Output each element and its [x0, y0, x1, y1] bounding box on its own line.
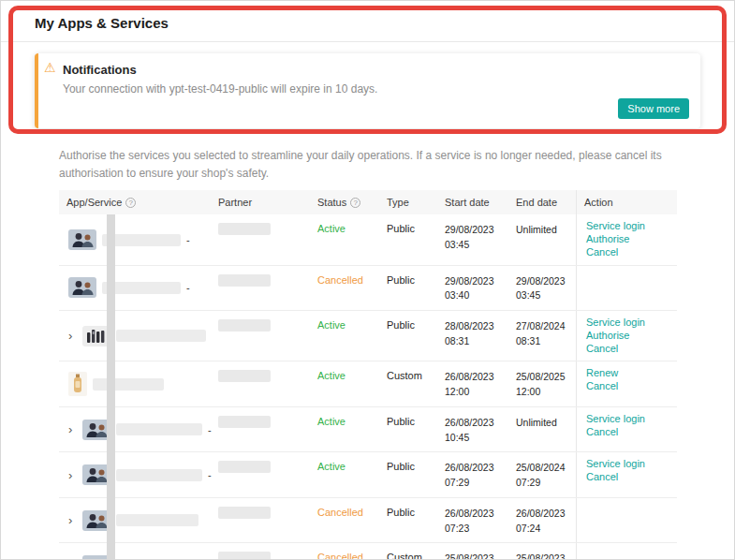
warning-icon: ⚠ [44, 61, 56, 74]
expand-chevron-icon[interactable]: › [68, 330, 77, 342]
action-cell: Service login Cancel [576, 452, 677, 497]
partner-cell [211, 407, 310, 452]
start-date-cell: 26/08/2023 12:00 [437, 361, 508, 406]
app-name-suffix: - [186, 234, 190, 245]
expand-chevron-icon[interactable]: › [68, 423, 77, 435]
status-badge: Active [317, 223, 345, 234]
status-badge: Active [317, 416, 345, 427]
action-cell: Service login Authorise Cancel [576, 311, 677, 361]
table-row: Active Custom 26/08/2023 12:00 25/08/202… [59, 361, 677, 407]
expand-chevron-icon[interactable]: › [68, 514, 77, 526]
type-cell: Public [379, 311, 437, 361]
type-cell: Custom [379, 361, 437, 406]
end-date-cell: Unlimited [508, 407, 576, 452]
action-renew[interactable]: Renew [586, 367, 671, 380]
column-start-date: Start date [437, 190, 508, 214]
redacted-app-name [116, 423, 202, 435]
page-description: Authorise the services you selected to s… [59, 147, 676, 183]
notification-accent-bar [35, 53, 38, 128]
column-partner: Partner [211, 190, 310, 214]
column-app-service-label: App/Service [66, 197, 122, 208]
apps-services-table: App/Service ? Partner Status ? Type Star… [59, 190, 677, 560]
end-date-cell: 29/08/2023 03:45 [508, 266, 576, 311]
app-avatar [68, 229, 96, 250]
column-status-label: Status [317, 197, 346, 208]
table-header-row: App/Service ? Partner Status ? Type Star… [59, 190, 677, 214]
end-date-cell: 25/08/2023 10:09 [508, 543, 576, 560]
end-date-cell: 25/08/2025 12:00 [508, 361, 576, 406]
type-cell: Public [379, 214, 437, 264]
redacted-partner-name [218, 552, 271, 560]
app-service-cell: › - [59, 407, 211, 452]
action-cancel[interactable]: Cancel [586, 471, 671, 484]
action-cancel[interactable]: Cancel [586, 343, 671, 356]
status-badge: Cancelled [317, 274, 363, 286]
redacted-partner-name [218, 370, 271, 382]
notifications-card: ⚠ Notifications Your connection with ypt… [35, 53, 700, 128]
table-row: › Cancelled Public 26/08/2023 07:23 26/0… [59, 498, 677, 544]
action-cell: Service login Authorise Cancel [576, 214, 677, 264]
action-authorise[interactable]: Authorise [586, 233, 671, 246]
type-cell: Public [379, 266, 437, 311]
table-row: › Cancelled Custom 25/08/2023 09:52 25/0… [59, 543, 677, 560]
partner-cell [211, 498, 310, 543]
action-service-login[interactable]: Service login [586, 458, 671, 471]
action-cell: Service login Cancel [576, 407, 677, 452]
app-name-suffix: - [186, 282, 190, 293]
status-badge: Active [317, 319, 345, 331]
redacted-app-name [116, 514, 198, 526]
partner-cell [211, 543, 310, 560]
help-icon[interactable]: ? [350, 198, 360, 208]
redacted-partner-name [218, 274, 271, 287]
notifications-title: Notifications [63, 63, 687, 77]
app-service-cell: › [59, 543, 211, 560]
action-cancel[interactable]: Cancel [586, 426, 671, 439]
notification-message: Your connection with ypt-test-0419-publi… [63, 82, 687, 96]
end-date-cell: Unlimited [508, 214, 576, 264]
table-row: › Active Public 28/08/2023 08:31 27/08/2… [59, 311, 677, 361]
type-cell: Public [379, 452, 437, 497]
action-service-login[interactable]: Service login [586, 413, 671, 426]
start-date-cell: 26/08/2023 07:23 [437, 498, 508, 543]
redaction-strip [107, 214, 115, 559]
app-avatar [68, 277, 96, 298]
show-more-button[interactable]: Show more [618, 98, 689, 119]
app-service-cell: › [59, 498, 211, 543]
partner-cell [211, 452, 310, 497]
column-type: Type [379, 190, 437, 214]
column-app-service: App/Service ? [59, 190, 211, 214]
help-icon[interactable]: ? [125, 198, 136, 208]
type-cell: Public [379, 498, 437, 543]
action-cell [576, 543, 677, 560]
app-service-cell: - [59, 266, 211, 311]
app-service-cell: › [59, 311, 211, 361]
redacted-app-name [116, 469, 202, 481]
action-service-login[interactable]: Service login [586, 220, 671, 233]
expand-chevron-icon[interactable]: › [68, 469, 77, 481]
app-service-cell: - [59, 214, 211, 264]
redacted-partner-name [218, 507, 271, 519]
status-badge: Cancelled [317, 552, 363, 560]
my-apps-services-page: My Apps & Services ⚠ Notifications Your … [0, 0, 735, 560]
end-date-cell: 27/08/2024 08:31 [508, 311, 576, 361]
end-date-cell: 25/08/2024 07:29 [508, 452, 576, 497]
table-row: - Active Public 29/08/2023 03:45 Unlimit… [59, 214, 677, 265]
status-badge: Active [317, 461, 345, 472]
start-date-cell: 28/08/2023 08:31 [437, 311, 508, 361]
action-cancel[interactable]: Cancel [586, 380, 671, 393]
table-row: › - Active Public 26/08/2023 10:45 Unlim… [59, 407, 677, 453]
action-cancel[interactable]: Cancel [586, 246, 671, 259]
start-date-cell: 25/08/2023 09:52 [437, 543, 508, 560]
start-date-cell: 29/08/2023 03:40 [437, 266, 508, 311]
column-action: Action [576, 190, 677, 214]
action-service-login[interactable]: Service login [586, 317, 671, 330]
column-end-date: End date [508, 190, 576, 214]
status-badge: Active [317, 370, 345, 381]
start-date-cell: 26/08/2023 07:29 [437, 452, 508, 497]
partner-cell [211, 361, 310, 406]
table-row: - Cancelled Public 29/08/2023 03:40 29/0… [59, 266, 677, 312]
app-service-cell [59, 361, 211, 406]
start-date-cell: 26/08/2023 10:45 [437, 407, 508, 452]
action-authorise[interactable]: Authorise [586, 330, 671, 343]
action-cell [576, 498, 677, 543]
